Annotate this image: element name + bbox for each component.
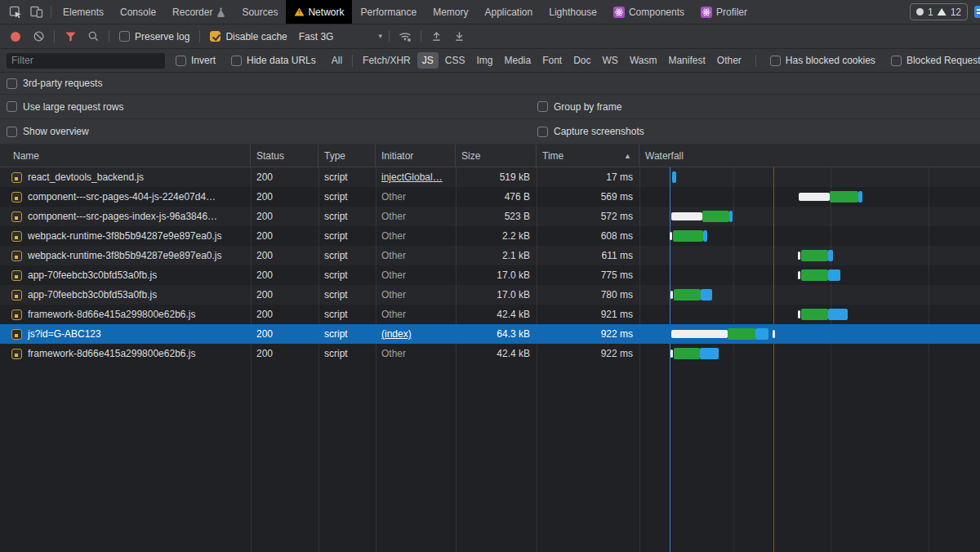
request-type: script: [318, 187, 376, 207]
tab-elements[interactable]: Elements: [55, 0, 112, 24]
feedback-icon[interactable]: [974, 6, 980, 18]
filter-input[interactable]: [7, 53, 165, 69]
request-initiator-value: Other: [381, 230, 406, 242]
filter-type-manifest[interactable]: Manifest: [663, 52, 710, 69]
filter-type-all[interactable]: All: [327, 52, 347, 69]
column-header-initiator[interactable]: Initiator: [376, 145, 456, 167]
filter-type-other[interactable]: Other: [712, 52, 746, 69]
column-header-type[interactable]: Type: [318, 145, 376, 167]
tab-network[interactable]: Network: [286, 0, 352, 24]
blocked-requests-checkbox[interactable]: [891, 56, 902, 66]
tab-components[interactable]: Components: [605, 0, 693, 24]
network-conditions-button[interactable]: [394, 27, 416, 47]
waterfall-bar-white: [798, 310, 800, 318]
throttling-value: Fast 3G: [299, 31, 334, 42]
third-party-requests-checkbox[interactable]: [7, 78, 17, 89]
column-header-status[interactable]: Status: [251, 145, 318, 167]
table-row[interactable]: component---src-pages-index-js-96a3846…2…: [0, 207, 980, 226]
request-initiator-value[interactable]: injectGlobal…: [381, 171, 443, 183]
group-by-frame-checkbox[interactable]: [537, 101, 548, 112]
table-row[interactable]: react_devtools_backend.js200scriptinject…: [0, 167, 980, 187]
request-waterfall: [639, 246, 980, 265]
request-waterfall: [639, 226, 980, 246]
tab-memory[interactable]: Memory: [425, 0, 476, 24]
column-header-size[interactable]: Size: [456, 145, 537, 167]
network-request-table: Name Status Type Initiator Size Time▲ Wa…: [0, 145, 980, 552]
clear-network-log-button[interactable]: [28, 27, 49, 47]
issues-counter-button[interactable]: 1 12: [910, 3, 968, 20]
hide-data-urls-checkbox[interactable]: [231, 56, 242, 66]
table-row[interactable]: app-70feebcb3c0bfd53a0fb.js200scriptOthe…: [0, 285, 980, 305]
tab-label: Profiler: [716, 7, 747, 18]
tab-performance[interactable]: Performance: [352, 0, 425, 24]
table-row[interactable]: js?id=G-ABC123200script(index)64.3 kB922…: [0, 324, 980, 344]
filter-toggle-button[interactable]: [60, 27, 81, 47]
waterfall-bar-green: [702, 211, 729, 222]
request-name: app-70feebcb3c0bfd53a0fb.js: [28, 269, 157, 281]
show-overview-checkbox[interactable]: [7, 127, 17, 137]
record-network-log-button[interactable]: [5, 27, 26, 47]
table-row[interactable]: framework-8d66e415a299800e62b6.js200scri…: [0, 305, 980, 324]
request-type-value: script: [324, 269, 348, 281]
filter-type-img[interactable]: Img: [471, 52, 497, 69]
filter-type-css[interactable]: CSS: [440, 52, 470, 69]
request-time: 17 ms: [537, 167, 639, 187]
request-size-value: 2.1 kB: [502, 250, 530, 261]
has-blocked-cookies-label: Has blocked cookies: [786, 55, 875, 66]
column-header-waterfall[interactable]: Waterfall: [639, 145, 980, 167]
invert-toggle[interactable]: Invert: [171, 55, 220, 66]
preserve-log-checkbox[interactable]: [119, 31, 130, 42]
use-large-request-rows-checkbox[interactable]: [7, 101, 17, 112]
filter-type-js[interactable]: JS: [417, 52, 439, 69]
tab-lighthouse[interactable]: Lighthouse: [541, 0, 605, 24]
has-blocked-cookies-toggle[interactable]: Has blocked cookies: [765, 55, 880, 66]
capture-screenshots-checkbox[interactable]: [537, 127, 548, 137]
column-header-name[interactable]: Name: [0, 145, 251, 167]
table-row[interactable]: webpack-runtime-3f8b5b94287e9e897ea0.js2…: [0, 246, 980, 265]
export-har-icon: [453, 30, 466, 42]
waterfall-bar-green: [801, 269, 828, 281]
invert-checkbox[interactable]: [176, 56, 186, 66]
request-status: 200: [251, 344, 318, 363]
filter-type-doc[interactable]: Doc: [568, 52, 595, 69]
request-time-value: 569 ms: [601, 191, 633, 203]
filter-type-font[interactable]: Font: [537, 52, 567, 69]
device-toolbar-button[interactable]: [26, 2, 47, 22]
hide-data-urls-toggle[interactable]: Hide data URLs: [226, 55, 321, 66]
tab-profiler[interactable]: Profiler: [693, 0, 755, 24]
has-blocked-cookies-checkbox[interactable]: [770, 56, 781, 66]
waterfall-bar-white: [799, 193, 830, 201]
search-button[interactable]: [82, 27, 104, 47]
export-har-button[interactable]: [449, 27, 470, 47]
tab-sources[interactable]: Sources: [234, 0, 286, 24]
disable-cache-checkbox[interactable]: [210, 31, 220, 42]
request-initiator-value[interactable]: (index): [381, 328, 412, 340]
tab-console[interactable]: Console: [112, 0, 164, 24]
table-row[interactable]: app-70feebcb3c0bfd53a0fb.js200scriptOthe…: [0, 265, 980, 285]
filter-type-wasm[interactable]: Wasm: [625, 52, 662, 69]
import-har-button[interactable]: [426, 27, 448, 47]
tab-label: Network: [308, 7, 344, 18]
filter-type-media[interactable]: Media: [499, 52, 536, 69]
disable-cache-toggle[interactable]: Disable cache: [205, 31, 292, 42]
request-status-value: 200: [256, 289, 273, 300]
inspect-element-button[interactable]: [5, 2, 26, 22]
blocked-requests-toggle[interactable]: Blocked Requests: [886, 55, 980, 66]
tab-recorder[interactable]: Recorder: [164, 0, 234, 24]
preserve-log-toggle[interactable]: Preserve log: [114, 31, 194, 42]
request-initiator: Other: [376, 305, 456, 324]
capture-screenshots-label: Capture screenshots: [554, 126, 644, 137]
inspect-icon: [9, 6, 22, 19]
filter-type-fetch-xhr[interactable]: Fetch/XHR: [358, 52, 416, 69]
throttling-select[interactable]: Fast 3G ▼: [299, 31, 384, 42]
table-row[interactable]: framework-8d66e415a299800e62b6.js200scri…: [0, 344, 980, 363]
tab-application[interactable]: Application: [477, 0, 541, 24]
tab-label: Recorder: [172, 7, 212, 18]
request-type: script: [318, 285, 376, 305]
table-row[interactable]: component---src-pages-404-js-224e07d4…20…: [0, 187, 980, 207]
column-header-time[interactable]: Time▲: [537, 145, 639, 167]
request-size-value: 17.0 kB: [497, 289, 530, 300]
table-row[interactable]: webpack-runtime-3f8b5b94287e9e897ea0.js2…: [0, 226, 980, 246]
filter-type-ws[interactable]: WS: [598, 52, 623, 69]
request-name: component---src-pages-404-js-224e07d4…: [28, 191, 216, 203]
